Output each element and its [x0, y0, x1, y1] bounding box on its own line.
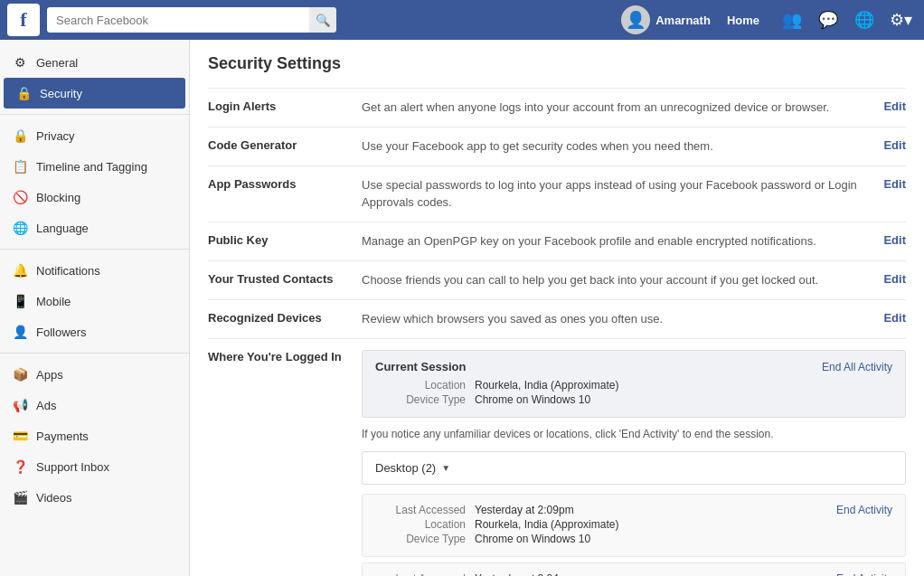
device-type-value: Chrome on Windows 10: [475, 393, 590, 406]
user-profile[interactable]: 👤 Amarnath: [621, 5, 711, 34]
page-title: Security Settings: [208, 54, 906, 73]
bell-icon: 🔔: [11, 261, 29, 279]
sidebar-item-label: Blocking: [36, 191, 80, 204]
edit-trusted-contacts: Edit: [861, 272, 906, 286]
sidebar-item-label: Mobile: [36, 295, 71, 308]
edit-link[interactable]: Edit: [883, 233, 906, 247]
edit-link[interactable]: Edit: [883, 138, 906, 152]
setting-description: Use special passwords to log into your a…: [362, 177, 861, 210]
settings-row-recognized-devices: Recognized Devices Review which browsers…: [208, 299, 906, 338]
desktop-toggle-label: Desktop (2): [375, 461, 436, 475]
friends-icon[interactable]: 👥: [776, 7, 808, 33]
avatar: 👤: [621, 5, 650, 34]
device-type-value: Chrome on Windows 10: [475, 533, 590, 545]
privacy-icon: 🔒: [11, 127, 29, 145]
search-input[interactable]: [47, 7, 309, 33]
home-link[interactable]: Home: [727, 14, 759, 27]
sidebar: ⚙ General 🔒 Security 🔒 Privacy 📋 Timelin…: [0, 40, 190, 576]
sidebar-item-payments[interactable]: 💳 Payments: [0, 420, 189, 451]
timeline-icon: 📋: [11, 157, 29, 175]
sidebar-item-privacy[interactable]: 🔒 Privacy: [0, 120, 189, 151]
setting-description: Review which browsers you saved as ones …: [362, 311, 861, 327]
search-bar[interactable]: 🔍: [47, 7, 336, 33]
last-accessed-label: Last Accessed: [375, 572, 466, 576]
mobile-icon: 📱: [11, 292, 29, 310]
settings-row-public-key: Public Key Manage an OpenPGP key on your…: [208, 222, 906, 260]
apps-icon: 📦: [11, 365, 29, 383]
ads-icon: 📢: [11, 396, 29, 414]
logged-in-content: Current Session End All Activity Locatio…: [362, 350, 906, 576]
session2-accessed-row: Last Accessed Yesterday at 2:04pm End Ac…: [375, 572, 892, 576]
last-accessed-label: Last Accessed: [375, 504, 466, 516]
sidebar-divider: [0, 114, 189, 115]
logged-in-label: Where You're Logged In: [208, 350, 362, 364]
setting-label: Code Generator: [208, 138, 362, 152]
sidebar-item-label: General: [36, 56, 78, 70]
username: Amarnath: [655, 14, 711, 27]
setting-label: App Passwords: [208, 177, 362, 191]
notifications-globe-icon[interactable]: 🌐: [848, 7, 881, 33]
session-item-2: Last Accessed Yesterday at 2:04pm End Ac…: [362, 562, 906, 576]
sidebar-item-notifications[interactable]: 🔔 Notifications: [0, 255, 189, 286]
sidebar-item-security[interactable]: 🔒 Security: [4, 78, 185, 109]
setting-description: Get an alert when anyone logs into your …: [362, 99, 861, 116]
sidebar-item-support-inbox[interactable]: ❓ Support Inbox: [0, 451, 189, 482]
edit-link[interactable]: Edit: [883, 177, 906, 191]
sidebar-item-label: Notifications: [36, 264, 100, 278]
sidebar-item-apps[interactable]: 📦 Apps: [0, 359, 189, 390]
sidebar-item-mobile[interactable]: 📱 Mobile: [0, 286, 189, 316]
device-type-label: Device Type: [375, 533, 466, 545]
setting-description: Manage an OpenPGP key on your Facebook p…: [362, 233, 861, 250]
setting-label: Recognized Devices: [208, 311, 362, 325]
sidebar-item-label: Language: [36, 222, 89, 235]
sidebar-item-label: Security: [40, 87, 82, 100]
sidebar-item-blocking[interactable]: 🚫 Blocking: [0, 182, 189, 212]
edit-recognized-devices: Edit: [861, 311, 906, 325]
sidebar-item-label: Support Inbox: [36, 460, 109, 474]
location-label: Location: [375, 518, 466, 531]
end-all-activity-link[interactable]: End All Activity: [822, 361, 892, 373]
edit-link[interactable]: Edit: [883, 99, 906, 113]
session-location-row: Location Rourkela, India (Approximate): [375, 379, 892, 392]
sidebar-item-label: Timeline and Tagging: [36, 160, 147, 174]
current-session-title: Current Session: [375, 360, 466, 373]
setting-description: Choose friends you can call to help you …: [362, 272, 861, 288]
device-type-label: Device Type: [375, 393, 466, 406]
end-activity-link-2[interactable]: End Activity: [836, 572, 892, 576]
logged-in-header: Where You're Logged In Current Session E…: [208, 350, 906, 576]
sidebar-item-timeline[interactable]: 📋 Timeline and Tagging: [0, 151, 189, 182]
sidebar-item-videos[interactable]: 🎬 Videos: [0, 482, 189, 513]
nav-icons: 👥 💬 🌐 ⚙▾: [776, 7, 917, 33]
sidebar-item-language[interactable]: 🌐 Language: [0, 212, 189, 243]
setting-label: Public Key: [208, 233, 362, 247]
sidebar-item-label: Ads: [36, 399, 56, 412]
lock-icon: 🔒: [14, 84, 33, 102]
chevron-down-icon: ▼: [441, 463, 450, 473]
edit-link[interactable]: Edit: [883, 311, 906, 325]
sidebar-item-followers[interactable]: 👤 Followers: [0, 316, 189, 347]
gear-icon: ⚙: [11, 53, 29, 71]
setting-description: Use your Facebook app to get security co…: [362, 138, 861, 155]
sidebar-divider: [0, 353, 189, 354]
session-device-row: Device Type Chrome on Windows 10: [375, 393, 892, 406]
location-value: Rourkela, India (Approximate): [475, 518, 618, 531]
edit-public-key: Edit: [861, 233, 906, 247]
language-icon: 🌐: [11, 219, 29, 237]
sidebar-divider: [0, 249, 189, 250]
edit-login-alerts: Edit: [861, 99, 906, 113]
end-activity-link-1[interactable]: End Activity: [836, 504, 892, 516]
session1-location-row: Location Rourkela, India (Approximate): [375, 518, 892, 531]
sidebar-item-general[interactable]: ⚙ General: [0, 47, 189, 78]
sidebar-item-ads[interactable]: 📢 Ads: [0, 390, 189, 420]
messages-icon[interactable]: 💬: [812, 7, 844, 33]
setting-label: Login Alerts: [208, 99, 362, 113]
support-icon: ❓: [11, 458, 29, 476]
settings-icon[interactable]: ⚙▾: [884, 7, 917, 33]
sidebar-item-label: Apps: [36, 368, 63, 382]
last-accessed-value: Yesterday at 2:04pm: [475, 572, 574, 576]
settings-row-app-passwords: App Passwords Use special passwords to l…: [208, 165, 906, 221]
search-button[interactable]: 🔍: [309, 7, 336, 33]
location-value: Rourkela, India (Approximate): [475, 379, 618, 392]
desktop-sessions-toggle[interactable]: Desktop (2) ▼: [362, 451, 906, 485]
edit-link[interactable]: Edit: [883, 272, 906, 286]
